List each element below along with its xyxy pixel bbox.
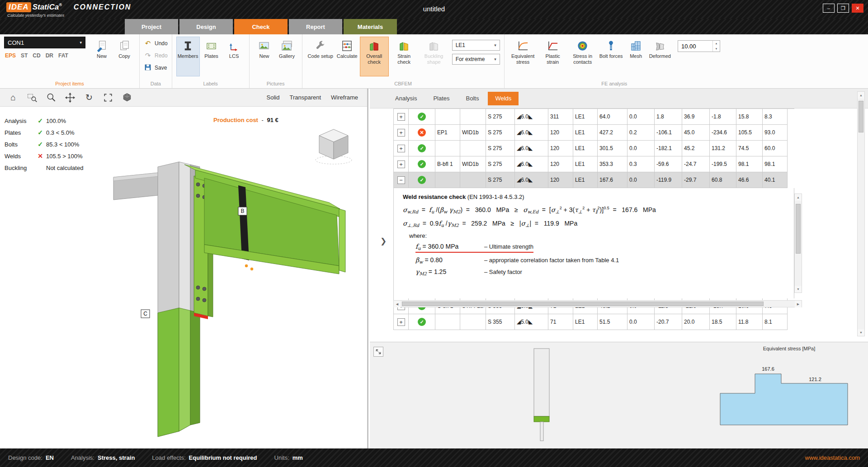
tab-check[interactable]: Check	[234, 19, 288, 34]
connection-select[interactable]: CON1 ▾	[4, 37, 85, 48]
redo-button[interactable]: ↷ Redo	[144, 50, 168, 61]
expand-row-button[interactable]: +	[397, 113, 405, 121]
expand-row-button[interactable]: +	[397, 160, 405, 168]
results-tab-welds[interactable]: Welds	[488, 92, 519, 105]
cell-value: 301.5	[598, 141, 627, 156]
undo-button[interactable]: ↶ Undo	[144, 38, 168, 48]
scroll-left-icon[interactable]: ◀	[394, 301, 401, 307]
expand-panel-button[interactable]	[373, 347, 383, 357]
close-button[interactable]: ✕	[852, 4, 863, 13]
view-mode-wireframe[interactable]: Wireframe	[327, 92, 362, 103]
weld-section-scheme	[529, 348, 554, 442]
save-button[interactable]: Save	[144, 62, 168, 73]
results-tab-bolts[interactable]: Bolts	[459, 92, 486, 105]
chevron-down-icon: ▾	[494, 57, 496, 61]
gallery-button[interactable]: Gallery	[276, 37, 298, 76]
home-view-button[interactable]: ⌂	[5, 91, 21, 104]
code-setup-button[interactable]: Code setup	[307, 37, 335, 76]
rotate-button[interactable]: ↻	[81, 91, 97, 104]
mode-fat[interactable]: FAT	[58, 52, 68, 59]
zoom-window-button[interactable]	[24, 91, 40, 104]
plastic-strain-button[interactable]: Plastic strain	[538, 37, 567, 76]
pan-button[interactable]	[62, 91, 78, 104]
table-row[interactable]: − ✓ S 275 ◢6.0◣ 120 LE1 167.6 0.0 -119.9…	[394, 172, 794, 188]
lcs-labels-button[interactable]: LCS	[223, 37, 245, 76]
scroll-down-icon[interactable]: ▼	[858, 329, 864, 336]
cell-length: 120	[548, 172, 573, 188]
scroll-up-icon[interactable]: ▲	[795, 194, 802, 201]
expand-row-button[interactable]: −	[397, 176, 405, 184]
tab-project[interactable]: Project	[125, 19, 178, 34]
calculate-button[interactable]: Calculate	[335, 37, 359, 76]
cell-value: 20.0	[682, 314, 710, 330]
cell-throat: ◢6.0◣	[515, 156, 548, 172]
cell-value: 105.5	[736, 125, 763, 141]
view-mode-solid[interactable]: Solid	[263, 92, 283, 103]
stress-in-contacts-button[interactable]: Stress in contacts	[568, 37, 597, 76]
check-result-icon: ✕	[34, 152, 46, 160]
extreme-select[interactable]: For extreme ▾	[452, 54, 500, 65]
scroll-up-icon[interactable]: ▲	[858, 92, 864, 99]
viewport-3d[interactable]: B C ⌂ ↻ S	[0, 89, 368, 448]
zoom-button[interactable]	[43, 91, 59, 104]
copy-item-button[interactable]: Copy	[113, 37, 135, 76]
results-vertical-scrollbar[interactable]: ▲ ▼	[857, 91, 865, 336]
table-row[interactable]: + ✕ EP1 WID1b S 275 ◢6.0◣ 120 LE1 427.2 …	[394, 125, 794, 141]
cell-load-case: LE1	[573, 109, 598, 125]
scroll-thumb[interactable]	[796, 204, 801, 254]
tab-report[interactable]: Report	[289, 19, 342, 34]
table-row[interactable]: + ✓ S 355 ◢5.0◣ 71 LE1 51.5 0.0 -20.7 20…	[394, 314, 794, 330]
orientation-cube[interactable]	[311, 126, 356, 167]
table-row[interactable]: + ✓ B-bfl 1 WID1b S 275 ◢6.0◣ 120 LE1 35…	[394, 156, 794, 172]
equivalent-stress-button[interactable]: Equivalent stress	[509, 37, 538, 76]
zoom-window-icon	[27, 92, 38, 103]
plates-labels-button[interactable]: Plates	[201, 37, 222, 76]
strain-check-button[interactable]: Strain check	[390, 37, 419, 76]
members-labels-button[interactable]: Members	[176, 37, 200, 76]
expand-row-button[interactable]: +	[397, 129, 405, 137]
table-row[interactable]: + ✓ S 275 ◢6.0◣ 120 LE1 301.5 0.0 -182.1…	[394, 141, 794, 156]
bolt-forces-button[interactable]: Bolt forces	[598, 37, 624, 76]
detail-expand-chevron[interactable]: ❯	[378, 233, 388, 249]
new-item-button[interactable]: New	[91, 37, 113, 76]
deformed-button[interactable]: Deformed	[648, 37, 672, 76]
website-link[interactable]: www.ideastatica.com	[805, 454, 860, 461]
scroll-down-icon[interactable]: ▼	[795, 286, 802, 292]
mode-cd[interactable]: CD	[33, 52, 40, 59]
expand-row-button[interactable]: +	[397, 145, 405, 152]
render-mode-button[interactable]	[119, 91, 135, 104]
buckling-shape-button[interactable]: Buckling shape	[420, 37, 448, 76]
results-tab-analysis[interactable]: Analysis	[388, 92, 424, 105]
cell-value: -20.7	[655, 314, 682, 330]
svg-text:B: B	[241, 208, 244, 214]
scroll-right-icon[interactable]: ▶	[795, 301, 802, 307]
detail-vertical-scrollbar[interactable]: ▲ ▼	[794, 193, 802, 293]
table-horizontal-scrollbar[interactable]: ◀ ▶	[393, 300, 802, 307]
expand-row-button[interactable]: +	[397, 318, 405, 326]
scroll-thumb[interactable]	[402, 302, 764, 306]
view-mode-transparent[interactable]: Transparent	[286, 92, 325, 103]
fit-view-button[interactable]	[100, 91, 116, 104]
cell-value: 98.1	[763, 156, 788, 172]
spinner-up-icon[interactable]: ▲	[713, 41, 720, 46]
results-tab-plates[interactable]: Plates	[426, 92, 457, 105]
cell-value: 11.8	[736, 314, 763, 330]
scroll-thumb[interactable]	[859, 101, 863, 132]
mesh-button[interactable]: Mesh	[625, 37, 647, 76]
new-picture-button[interactable]: New	[254, 37, 275, 76]
maximize-button[interactable]: ❐	[837, 4, 849, 13]
deformed-scale-spinner[interactable]: 10.00 ▲ ▼	[678, 40, 720, 52]
mode-dr[interactable]: DR	[46, 52, 53, 59]
load-case-select[interactable]: LE1 ▾	[452, 40, 500, 51]
overall-check-button[interactable]: Overall check	[360, 37, 389, 76]
mode-eps[interactable]: EPS	[5, 52, 16, 59]
cell-value: 8.3	[763, 109, 788, 125]
tab-design[interactable]: Design	[179, 19, 233, 34]
minimize-button[interactable]: –	[823, 4, 835, 13]
spinner-down-icon[interactable]: ▼	[713, 46, 720, 52]
mode-st[interactable]: ST	[21, 52, 28, 59]
table-row[interactable]: + ✓ S 275 ◢6.0◣ 311 LE1 64.0 0.0 1.8 36.…	[394, 109, 794, 125]
cell-material: S 275	[486, 156, 515, 172]
cell-material: S 275	[486, 141, 515, 156]
tab-materials[interactable]: Materials	[344, 19, 397, 34]
